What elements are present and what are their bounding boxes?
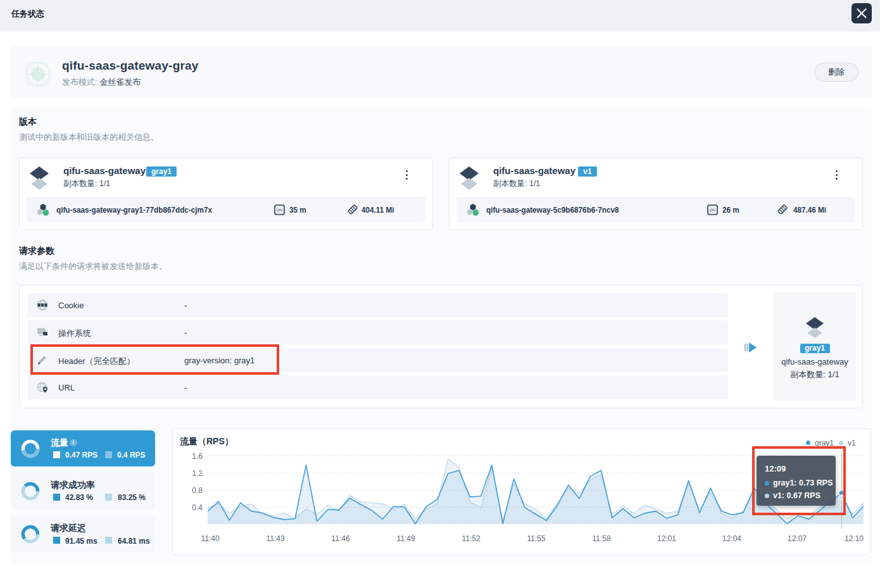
svg-text:CPU: CPU <box>710 209 716 212</box>
svg-text:CPU: CPU <box>277 209 283 212</box>
